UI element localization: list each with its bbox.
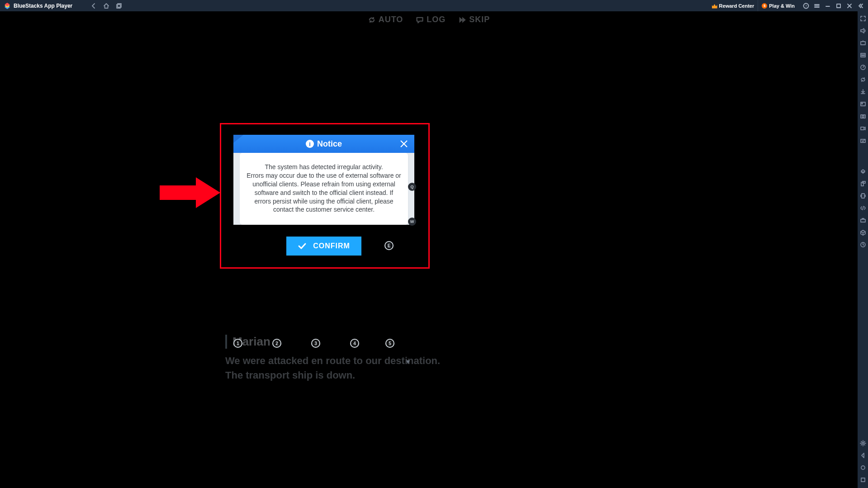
script-icon[interactable] [859,204,867,212]
keyboard-icon[interactable] [859,39,867,47]
record-icon[interactable] [859,125,867,132]
svg-point-9 [861,103,862,104]
dialogue-line-2: The transport ship is down. [225,370,632,381]
rotate-icon[interactable] [859,180,867,187]
hamburger-menu-icon[interactable] [814,3,820,9]
controls-icon[interactable] [859,52,867,59]
install-apk-icon[interactable] [859,88,867,95]
svg-rect-5 [861,42,865,45]
fullscreen-icon[interactable] [859,15,867,22]
notice-body-line-2: Errors may occur due to the use of exter… [246,171,402,214]
notice-title-text: Notice [317,139,342,149]
scroll-down-icon: ▾ [406,357,410,366]
svg-point-11 [862,116,864,118]
svg-rect-4 [837,4,840,8]
sync-icon[interactable] [859,76,867,83]
back-icon[interactable] [90,3,97,9]
maximize-icon[interactable] [835,3,842,9]
macro-icon[interactable] [859,137,867,144]
svg-rect-6 [861,53,865,57]
app-title: BlueStacks App Player [14,3,72,9]
svg-rect-16 [862,194,864,198]
auto-label: AUTO [379,15,403,24]
volume-icon[interactable] [859,27,867,34]
nav-recents-icon[interactable] [859,476,867,483]
svg-point-19 [862,442,864,444]
dialogue-box: Marian We were attacked en route to our … [225,335,632,384]
skip-button[interactable]: SKIP [458,15,490,24]
nav-home-icon[interactable] [859,464,867,471]
minimize-icon[interactable] [825,3,831,9]
game-viewport: AUTO LOG SKIP Marian We were attacked en… [0,11,858,488]
bluestacks-logo-icon [4,2,11,9]
svg-rect-21 [861,478,865,482]
reward-center-label: Reward Center [719,3,754,9]
svg-point-20 [861,466,865,469]
toolbox-icon[interactable] [859,217,867,224]
notice-body-line-1: The system has detected irregular activi… [246,163,402,171]
svg-rect-17 [861,219,865,222]
speaker-name: Marian [232,335,632,349]
collapse-sidebar-icon[interactable] [857,3,863,9]
shake-icon[interactable] [859,192,867,199]
svg-rect-12 [861,127,864,130]
titlebar: BlueStacks App Player Reward Center $ Pl… [0,0,868,11]
log-label: LOG [427,15,446,24]
auto-button[interactable]: AUTO [368,15,403,24]
play-and-win-button[interactable]: $ Play & Win [758,3,798,9]
settings-icon[interactable] [859,440,867,447]
coin-icon: $ [762,3,767,9]
nav-back-icon[interactable] [859,452,867,459]
hotkey-q-badge: Q [408,183,416,191]
clock-icon[interactable] [859,241,867,248]
confirm-button[interactable]: CONFIRM [286,237,361,256]
confirm-label: CONFIRM [313,242,350,250]
notice-dialog: i Notice The system has detected irregul… [233,135,414,256]
help-icon[interactable]: ? [803,3,809,9]
skip-label: SKIP [469,15,490,24]
dialogue-line-1: We were attacked en route to our destina… [225,355,632,367]
multi-instance-icon[interactable] [859,168,867,175]
screenshot-icon[interactable] [859,100,867,108]
recents-icon[interactable] [116,3,122,9]
performance-icon[interactable] [859,64,867,71]
game-topbar: AUTO LOG SKIP [0,15,858,24]
play-and-win-label: Play & Win [769,3,795,9]
svg-text:?: ? [805,4,807,8]
camera-icon[interactable] [859,113,867,120]
notice-header: i Notice [233,135,414,153]
box-icon[interactable] [859,229,867,236]
hotkey-e-badge: E [384,241,394,250]
log-button[interactable]: LOG [416,15,446,24]
reward-center-button[interactable]: Reward Center [708,0,759,11]
notice-close-button[interactable] [398,138,410,150]
notice-body: The system has detected irregular activi… [240,153,408,225]
home-icon[interactable] [103,3,109,9]
check-icon [298,242,307,251]
crown-icon [712,3,717,9]
info-icon: i [306,140,314,148]
right-sidebar [858,11,868,488]
close-icon[interactable] [846,3,853,9]
